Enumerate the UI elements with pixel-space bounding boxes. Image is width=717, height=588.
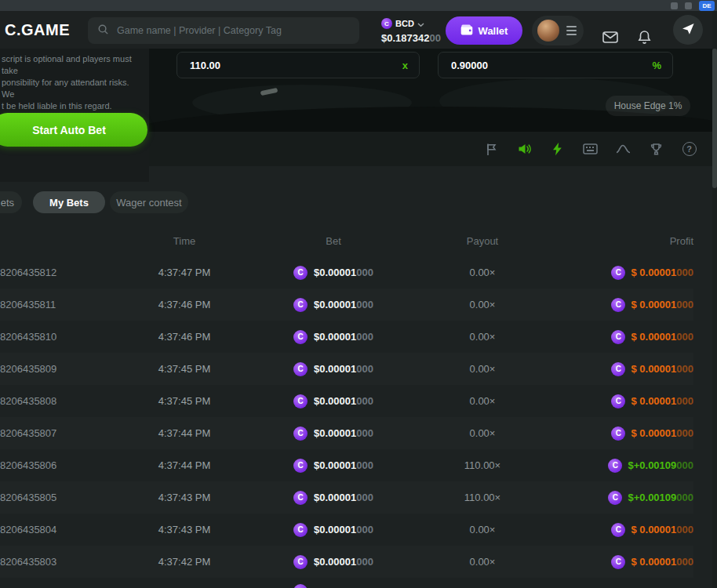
bet-profit: C $ 0.00001000: [549, 298, 693, 312]
tab-my-bets[interactable]: My Bets: [33, 191, 105, 213]
wallet-balance: $0.18734200: [381, 32, 442, 44]
bcd-coin-icon: C: [611, 426, 625, 441]
col-bet: Bet: [251, 235, 416, 247]
bcd-coin-icon: C: [293, 491, 308, 505]
bet-id: 8206435812: [0, 267, 118, 278]
tab-all-bets[interactable]: ets: [0, 191, 22, 213]
bet-time: 4:37:45 PM: [118, 363, 251, 375]
bcd-coin-icon: C: [293, 426, 308, 441]
payout-suffix: x: [402, 60, 408, 71]
bcd-coin-icon: C: [611, 362, 625, 376]
user-menu[interactable]: [532, 16, 584, 45]
bet-payout: 0.00×: [416, 556, 549, 568]
trends-icon[interactable]: [616, 142, 631, 157]
bet-time: 4:37:46 PM: [118, 331, 251, 343]
mail-button[interactable]: [602, 31, 618, 45]
scrollbar-track[interactable]: [712, 11, 717, 588]
bet-profit: C $ 0.00001000: [549, 266, 693, 280]
bet-time: 4:37:47 PM: [118, 267, 251, 278]
bet-id: 8206435805: [0, 492, 118, 503]
extension-icon[interactable]: [671, 2, 678, 9]
bet-time: 4:37:43 PM: [118, 492, 251, 503]
tournament-icon[interactable]: [649, 142, 664, 157]
menu-icon: [566, 26, 577, 35]
bet-amount: C $0.00001000: [251, 394, 416, 408]
bell-icon: [638, 35, 651, 47]
bet-amount: C $0.00001000: [251, 266, 416, 280]
bet-profit: C $+0.00109000: [549, 459, 693, 473]
bet-payout: 0.00×: [416, 331, 549, 343]
start-auto-bet-button[interactable]: Start Auto Bet: [0, 113, 147, 147]
chevron-down-icon: [417, 16, 424, 31]
send-icon: [682, 23, 695, 38]
bcd-coin-icon: C: [611, 394, 625, 408]
tab-wager-contest[interactable]: Wager contest: [110, 191, 188, 213]
bcd-coin-icon: C: [293, 523, 308, 537]
bet-id: 8206435810: [0, 331, 118, 343]
chat-button[interactable]: [673, 15, 703, 45]
win-chance-input[interactable]: [449, 59, 652, 72]
notifications-button[interactable]: [638, 30, 651, 47]
bcd-coin-icon: C: [293, 555, 308, 569]
bet-payout: 0.00×: [416, 427, 549, 439]
browser-strip: DE: [0, 0, 717, 11]
table-row[interactable]: 8206435808 4:37:45 PM C $0.00001000 0.00…: [0, 385, 693, 417]
bet-time: 4:37:45 PM: [118, 395, 251, 407]
bets-tabs: ets My Bets Wager contest: [0, 191, 717, 213]
table-row[interactable]: 8206435812 4:37:47 PM C $0.00001000 0.00…: [0, 256, 693, 289]
table-row[interactable]: 8206435807 4:37:44 PM C $0.00001000 0.00…: [0, 417, 693, 449]
sound-icon[interactable]: [517, 142, 532, 157]
table-row[interactable]: 8206435809 4:37:45 PM C $0.00001000 0.00…: [0, 353, 693, 385]
win-chance-suffix: %: [652, 60, 661, 71]
table-body: 8206435812 4:37:47 PM C $0.00001000 0.00…: [0, 256, 693, 578]
bcd-coin-icon: C: [293, 394, 308, 408]
bcd-coin-icon: C: [381, 18, 392, 29]
payout-field: x: [177, 52, 420, 78]
bet-id: 8206435811: [0, 299, 118, 310]
col-time: Time: [118, 235, 251, 247]
scrollbar-thumb[interactable]: [712, 49, 717, 188]
bet-payout: 0.00×: [416, 267, 549, 278]
col-profit: Profit: [549, 235, 693, 247]
turbo-icon[interactable]: [550, 142, 565, 157]
bet-amount: C $0.00001000: [251, 330, 416, 344]
bet-id: 8206435807: [0, 427, 118, 439]
wallet-button[interactable]: Wallet: [446, 16, 522, 45]
bet-profit: C $ 0.00001000: [549, 555, 693, 569]
bet-id: 8206435808: [0, 395, 118, 407]
table-row[interactable]: 8206435810 4:37:46 PM C $0.00001000 0.00…: [0, 321, 693, 353]
table-row[interactable]: 8206435805 4:37:43 PM C $0.00001000 110.…: [0, 481, 693, 514]
mail-icon: [602, 34, 618, 45]
profile-icon[interactable]: [685, 2, 692, 9]
bet-payout: 0.00×: [416, 524, 549, 535]
bet-time: 4:37:44 PM: [118, 459, 251, 471]
bet-profit: C $ 0.00001000: [549, 394, 693, 408]
wallet-label: Wallet: [479, 25, 508, 37]
bcd-coin-icon: C: [611, 555, 625, 569]
payout-input[interactable]: [188, 59, 402, 72]
table-row[interactable]: 8206435806 4:37:44 PM C $0.00001000 110.…: [0, 449, 693, 481]
bet-payout: 0.00×: [416, 299, 549, 310]
avatar[interactable]: [537, 20, 559, 42]
house-edge-badge: House Edge 1%: [606, 96, 690, 116]
translate-extension-badge[interactable]: DE: [699, 1, 715, 11]
help-icon[interactable]: ?: [682, 142, 697, 157]
bet-amount: C $0.00001000: [251, 523, 416, 537]
site-header: C.GAME C BCD $0.18734200 Wallet: [0, 11, 717, 49]
wallet-icon: [460, 24, 473, 38]
bet-profit: C $ 0.00001000: [549, 330, 693, 344]
currency-selector[interactable]: C BCD $0.18734200: [381, 16, 442, 44]
bet-profit: C $ 0.00001000: [549, 523, 693, 537]
bet-id: 8206435809: [0, 363, 118, 375]
site-logo[interactable]: C.GAME: [5, 21, 70, 39]
table-row[interactable]: 8206435811 4:37:46 PM C $0.00001000 0.00…: [0, 289, 693, 321]
bet-payout: 0.00×: [416, 363, 549, 375]
bet-id: 8206435803: [0, 556, 118, 568]
fairness-flag-icon[interactable]: [484, 142, 499, 157]
hotkeys-icon[interactable]: [583, 142, 598, 157]
game-toolbar: ?: [149, 132, 717, 166]
table-row[interactable]: 8206435804 4:37:43 PM C $0.00001000 0.00…: [0, 514, 693, 546]
search-bar[interactable]: [88, 17, 359, 44]
search-input[interactable]: [115, 24, 350, 37]
table-row[interactable]: 8206435803 4:37:42 PM C $0.00001000 0.00…: [0, 546, 693, 578]
